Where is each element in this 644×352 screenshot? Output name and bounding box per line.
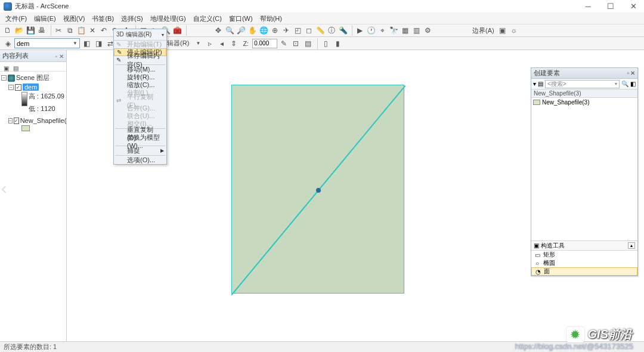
nav-icon[interactable]: ✥ [213,25,224,36]
copy-icon[interactable]: ⧉ [64,25,75,36]
time-icon[interactable]: 🕐 [366,25,376,36]
menu-selection[interactable]: 选择(S) [118,14,146,24]
chart-icon[interactable]: ▥ [411,25,422,36]
config-icon[interactable]: ⚙ [422,25,433,36]
dock-icon[interactable]: ▫ [627,70,629,76]
full-extent-icon[interactable]: 🌐 [258,25,269,36]
shapefile-checkbox[interactable]: ✓ [14,118,19,124]
ctx-replace-model[interactable]: 替换为模型(W)... [114,137,166,145]
binoculars-icon[interactable]: 🔭 [388,25,399,36]
create-feat-icon[interactable]: ▯ [320,38,331,49]
ctx-save-edits[interactable]: ✎保存编辑内容(S) [114,56,166,64]
search-go-icon[interactable]: 🔍 [621,81,628,87]
scene-label: Scene 图层 [16,73,49,82]
filter-icon[interactable]: ▾ [533,81,536,87]
paste-icon[interactable]: 📋 [76,25,86,36]
menu-help[interactable]: 帮助(H) [257,14,285,24]
editing-polygon[interactable] [231,85,404,294]
close-icon[interactable]: ✕ [630,70,635,76]
source-icon[interactable]: ◧ [81,38,92,49]
cp-search-bar: ▾ ▤ <搜索> ▾ 🔍 ◧ [531,79,637,89]
shapefile-symbol-row [1,125,65,132]
edit-vertex-icon[interactable]: ◂ [216,38,227,49]
effects-icon[interactable]: ☼ [509,25,519,36]
snap-icon[interactable]: ⊡ [290,38,301,49]
identify-icon[interactable]: ⓘ [326,25,337,36]
collapse-icon[interactable]: − [8,85,14,90]
tool-polygon[interactable]: ◔面 [531,267,637,276]
open-icon[interactable]: 📂 [14,25,24,36]
app-icon [4,2,12,11]
edit-feat-icon[interactable]: ▮ [332,38,343,49]
menu-file[interactable]: 文件(F) [2,14,30,24]
template-icon[interactable]: ▤ [538,81,543,87]
minimize-button[interactable]: ─ [581,2,595,11]
collapse-icon[interactable]: − [1,75,7,81]
cp-tools-header: ▣构造工具 ▴ [531,241,637,251]
measure-icon[interactable]: 📏 [315,25,326,36]
pan-icon[interactable]: ✋ [247,25,258,36]
dem-node[interactable]: − ✓ dem [1,83,65,91]
tool-ellipse[interactable]: ○椭圆 [531,259,637,267]
dem-checkbox[interactable]: ✓ [15,84,21,91]
ctx-options[interactable]: 选项(O)... [114,156,166,164]
delete-icon[interactable]: ✕ [87,25,98,36]
close-icon[interactable]: ✕ [59,53,64,60]
z-value-input[interactable]: 0.000 [252,39,277,48]
maximize-button[interactable]: ☐ [603,2,618,11]
sketch-icon[interactable]: ✎ [278,38,289,49]
select-icon[interactable]: ◰ [292,25,303,36]
layer-icon[interactable]: ◈ [2,38,13,49]
cp-template-item[interactable]: New_Shapefile(3) [532,98,637,106]
pointer-icon[interactable]: ▶ [354,25,365,36]
pin-icon[interactable]: ▫ [55,53,57,60]
menu-geoprocessing[interactable]: 地理处理(G) [147,14,189,24]
edit-pointer-icon[interactable]: ▹ [205,38,215,49]
chevron-down-icon[interactable]: ▼ [193,38,203,49]
menu-customize[interactable]: 自定义(C) [190,14,225,24]
prev-arrow-icon[interactable]: ‹ [1,179,7,198]
cp-search-input[interactable]: <搜索> ▾ [545,80,620,88]
ctx-snap[interactable]: 捕捉▶ [114,147,166,155]
menu-edit[interactable]: 编辑(E) [31,14,59,24]
vertex-handle[interactable] [316,188,321,193]
scene-node[interactable]: − Scene 图层 [1,73,65,83]
separator [350,25,352,36]
watermark-url: https://blog.csdn.net/@543173525 [515,342,633,351]
zoom-out-icon[interactable]: 🔎 [236,25,246,36]
attr-icon[interactable]: ▤ [302,38,313,49]
grid-icon[interactable]: ▦ [400,25,410,36]
expand-icon[interactable]: ▴ [628,242,635,249]
zoom-in-icon[interactable]: 🔍 [224,25,235,36]
menu-bookmarks[interactable]: 书签(B) [89,14,117,24]
tool-rectangle[interactable]: ▭矩形 [531,251,637,259]
layer-combo[interactable]: dem ▼ [14,38,80,48]
edge-label: 边界(A) [470,26,497,35]
collapse-icon[interactable]: − [8,118,13,123]
clear-sel-icon[interactable]: ◻ [304,25,314,36]
toc-tree: − Scene 图层 − ✓ dem 高 : 1625.09 低 : 1120 … [0,72,66,341]
zoom-target-icon[interactable]: ⊕ [270,25,280,36]
menu-bar: 文件(F) 编辑(E) 视图(V) 书签(B) 选择(S) 地理处理(G) 自定… [0,13,644,24]
new-icon[interactable]: 🗋 [2,25,13,36]
target-icon[interactable]: ◨ [93,38,104,49]
cut-icon[interactable]: ✂ [53,25,64,36]
undo-icon[interactable]: ↶ [98,25,109,36]
separator [315,38,318,49]
status-text: 所选要素的数目: 1 [4,342,57,351]
menu-window[interactable]: 窗口(W) [226,14,256,24]
find-icon[interactable]: 🔦 [338,25,348,36]
edge-icon[interactable]: ▣ [497,25,508,36]
chevron-down-icon: ▼ [73,41,78,46]
z-label: Z: [240,40,251,47]
edit-vertical-icon[interactable]: ⇕ [228,38,239,49]
menu-view[interactable]: 视图(V) [60,14,88,24]
save-icon[interactable]: 💾 [25,25,36,36]
options-icon[interactable]: ◧ [630,81,636,87]
bookmark-icon[interactable]: ⌖ [377,25,388,36]
toolbox-icon[interactable]: 🧰 [172,25,182,36]
print-icon[interactable]: 🖶 [36,25,47,36]
close-button[interactable]: ✕ [626,2,640,11]
shapefile-node[interactable]: − ✓ New_Shapefile(3) [1,116,65,125]
fly-icon[interactable]: ✈ [281,25,292,36]
